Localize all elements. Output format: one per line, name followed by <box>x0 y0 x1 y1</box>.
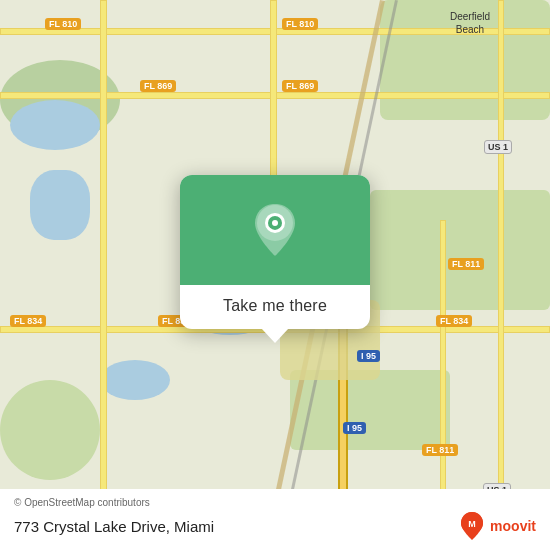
label-i95-1: I 95 <box>357 350 380 362</box>
moovit-logo: M moovit <box>458 512 536 540</box>
take-me-there-button[interactable]: Take me there <box>223 297 327 315</box>
road-us1-v <box>498 0 504 550</box>
label-fl810-center: FL 810 <box>282 18 318 30</box>
attribution-text: © OpenStreetMap contributors <box>14 497 536 508</box>
road-v1 <box>100 0 107 550</box>
label-fl811-bottom: FL 811 <box>422 444 458 456</box>
location-pin-icon <box>253 204 297 256</box>
label-fl834-right: FL 834 <box>436 315 472 327</box>
label-us1-top: US 1 <box>484 140 512 154</box>
label-fl811-mid: FL 811 <box>448 258 484 270</box>
moovit-text: moovit <box>490 518 536 534</box>
bottom-bar: © OpenStreetMap contributors 773 Crystal… <box>0 489 550 550</box>
water-2 <box>30 170 90 240</box>
popup-green-area <box>180 175 370 285</box>
moovit-pin-icon: M <box>458 512 486 540</box>
water-4 <box>100 360 170 400</box>
address-row: 773 Crystal Lake Drive, Miami M moovit <box>14 512 536 540</box>
svg-point-3 <box>272 220 278 226</box>
green-area-3 <box>370 190 550 310</box>
popup-button-area[interactable]: Take me there <box>180 285 370 329</box>
label-i95-2: I 95 <box>343 422 366 434</box>
label-fl869-left: FL 869 <box>140 80 176 92</box>
green-area-4 <box>0 380 100 480</box>
address-text: 773 Crystal Lake Drive, Miami <box>14 518 214 535</box>
label-fl869-center: FL 869 <box>282 80 318 92</box>
popup-card: Take me there <box>180 175 370 329</box>
map-container: FL 810 FL 810 FL 869 FL 869 US 1 FL 811 … <box>0 0 550 550</box>
label-deerfield: DeerfieldBeach <box>450 10 490 36</box>
water-1 <box>10 100 100 150</box>
svg-text:M: M <box>468 519 476 529</box>
label-fl834-left: FL 834 <box>10 315 46 327</box>
label-fl810-left: FL 810 <box>45 18 81 30</box>
